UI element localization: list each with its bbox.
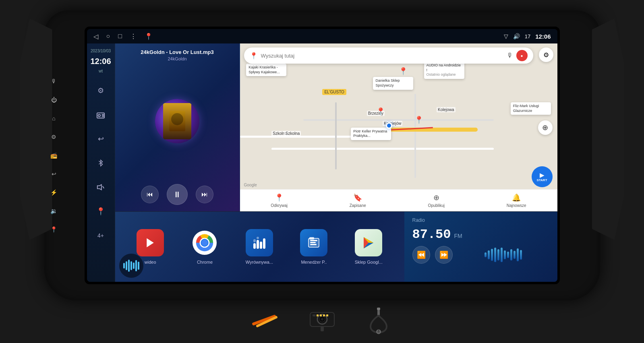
wave-bar-11 xyxy=(517,248,519,261)
maps-nav-najnowsze[interactable]: 🔔 Najnowsze xyxy=(507,193,526,208)
map-label-szkolna2: Szkolna xyxy=(284,131,301,136)
prev-track-btn[interactable]: ⏮ xyxy=(141,186,159,203)
nav-maps-btn[interactable]: 📍 xyxy=(145,33,153,40)
radio-rewind-btn[interactable]: ⏪ xyxy=(412,246,430,264)
svg-rect-41 xyxy=(377,308,380,310)
waveform-indicator[interactable] xyxy=(119,254,143,278)
start-navigation-btn[interactable]: ▶ START xyxy=(532,166,553,187)
nav-menu-btn[interactable]: ⋮ xyxy=(130,33,137,40)
maps-nav-zapisane[interactable]: 🔖 Zapisane xyxy=(350,193,366,208)
screen: ◁ ○ □ ⋮ 📍 ▽ 🔊 17 12:06 2023 xyxy=(87,29,557,282)
google-maps-logo: Google xyxy=(244,183,257,187)
wave-bar-4 xyxy=(494,248,496,262)
svg-marker-7 xyxy=(147,238,154,248)
backup-camera xyxy=(306,308,338,333)
nav-recent-btn[interactable]: □ xyxy=(118,33,122,40)
album-figure xyxy=(163,103,191,139)
svg-rect-13 xyxy=(253,243,256,249)
opublikuj-icon: ⊕ xyxy=(433,193,439,202)
next-track-btn[interactable]: ⏭ xyxy=(196,186,213,203)
svg-rect-20 xyxy=(310,240,317,241)
maps-settings-btn[interactable]: ⚙ xyxy=(539,48,553,62)
road-v1 xyxy=(335,102,337,169)
location-side-button[interactable]: 📍 xyxy=(48,224,60,235)
video-icon xyxy=(137,229,164,256)
svg-rect-39 xyxy=(321,326,324,331)
map-pin-1: 📍 xyxy=(376,107,385,116)
status-time: 12:06 xyxy=(535,33,551,40)
zapisane-label: Zapisane xyxy=(350,203,366,208)
equalizer-label: Wyrównywa... xyxy=(246,260,273,264)
sidebar-vol-down[interactable] xyxy=(93,180,108,195)
radio-forward-btn[interactable]: ⏩ xyxy=(435,246,453,264)
play-pause-btn[interactable]: ⏸ xyxy=(167,184,188,205)
bottom-row: wideo xyxy=(115,211,557,282)
wave-bar-2 xyxy=(488,250,490,259)
maps-nav-opublikuj[interactable]: ⊕ Opublikuj xyxy=(428,193,445,208)
radio-controls: ⏪ ⏩ xyxy=(412,246,549,264)
accessories-row xyxy=(250,308,395,333)
music-widget: 24kGoldn - Love Or Lust.mp3 24kGoldn xyxy=(115,43,240,211)
app-launcher: wideo xyxy=(115,212,404,282)
najnowsze-label: Najnowsze xyxy=(507,203,526,208)
status-bar: ◁ ○ □ ⋮ 📍 ▽ 🔊 17 12:06 xyxy=(87,29,557,43)
opublikuj-label: Opublikuj xyxy=(428,203,445,208)
svg-marker-5 xyxy=(97,185,101,190)
map-poi-2: Danielka Sklep Spożywczy xyxy=(373,77,413,89)
status-right: ▽ 🔊 17 12:06 xyxy=(504,33,551,40)
radio-widget: Radio 87.50 FM ⏪ ⏩ xyxy=(404,212,557,282)
car-unit: 🎙 ⏻ ⌂ ⚙ 📻 ↩ ⚡ 🔉 📍 MIC RST ◁ ○ □ ⋮ 📍 xyxy=(44,10,600,300)
top-row: 24kGoldn - Love Or Lust.mp3 24kGoldn xyxy=(115,43,557,211)
bluetooth-side-button[interactable]: ⚡ xyxy=(48,187,60,198)
music-controls: ⏮ ⏸ ⏭ xyxy=(141,184,213,205)
road-h1 xyxy=(240,136,367,138)
mic-button[interactable]: 🎙 xyxy=(48,76,60,87)
zoom-to-location-btn[interactable]: ⊕ xyxy=(538,120,553,135)
settings-side-button[interactable]: ⚙ xyxy=(48,131,60,143)
nav-buttons: ◁ ○ □ ⋮ 📍 xyxy=(93,33,153,40)
back-side-button[interactable]: ↩ xyxy=(48,168,60,180)
svg-point-1 xyxy=(98,114,101,117)
radio-label: Radio xyxy=(412,217,549,223)
sidebar-back[interactable]: ↩ xyxy=(93,131,108,147)
wave-bar-8 xyxy=(507,252,509,258)
svg-point-12 xyxy=(201,240,208,246)
sidebar-settings[interactable]: ⚙ xyxy=(93,83,108,98)
sidebar-date: 2023/10/03 12:06 wt xyxy=(90,48,111,74)
zapisane-icon: 🔖 xyxy=(353,193,362,202)
battery-level: 17 xyxy=(525,33,530,39)
sidebar-location[interactable]: 📍 xyxy=(93,204,108,219)
app-playstore[interactable]: Sklep Googl... xyxy=(355,229,383,264)
maps-search-bar[interactable]: 📍 🎙 ● xyxy=(244,48,533,64)
maps-mic-btn[interactable]: 🎙 xyxy=(507,52,513,59)
maps-nav-odkrywaj[interactable]: 📍 Odkrywaj xyxy=(271,193,288,208)
home-side-button[interactable]: ⌂ xyxy=(48,113,60,124)
waveform-bar-1 xyxy=(123,263,125,269)
maps-search-input[interactable] xyxy=(261,53,503,59)
road-v2 xyxy=(414,94,416,178)
sidebar-bluetooth[interactable] xyxy=(93,155,108,171)
vol-down-side-button[interactable]: 🔉 xyxy=(48,205,60,217)
maps-record-btn[interactable]: ● xyxy=(516,50,528,61)
wave-bar-7 xyxy=(504,250,506,259)
power-button[interactable]: ⏻ xyxy=(48,94,60,105)
radio-side-button[interactable]: 📻 xyxy=(48,150,60,161)
svg-rect-22 xyxy=(310,244,317,245)
app-equalizer[interactable]: Wyrównywa... xyxy=(246,229,273,264)
video-label: wideo xyxy=(145,260,156,264)
najnowsze-icon: 🔔 xyxy=(512,193,521,202)
nav-back-btn[interactable]: ◁ xyxy=(93,33,98,40)
odkrywaj-label: Odkrywaj xyxy=(271,203,288,208)
sidebar-radio[interactable] xyxy=(93,107,108,122)
music-info: 24kGoldn - Love Or Lust.mp3 24kGoldn xyxy=(141,49,213,61)
svg-rect-16 xyxy=(263,238,265,249)
playstore-label: Sklep Googl... xyxy=(355,260,383,264)
sidebar-vol-plus[interactable]: 4+ xyxy=(93,228,108,243)
files-label: Menedżer P.. xyxy=(301,260,327,264)
nav-home-btn[interactable]: ○ xyxy=(106,33,110,40)
app-chrome[interactable]: Chrome xyxy=(191,229,218,264)
svg-rect-18 xyxy=(257,237,259,239)
app-files[interactable]: Menedżer P.. xyxy=(300,229,327,264)
aux-cable xyxy=(362,308,395,333)
map-label-kolejowa: Kolejowa xyxy=(437,107,456,112)
